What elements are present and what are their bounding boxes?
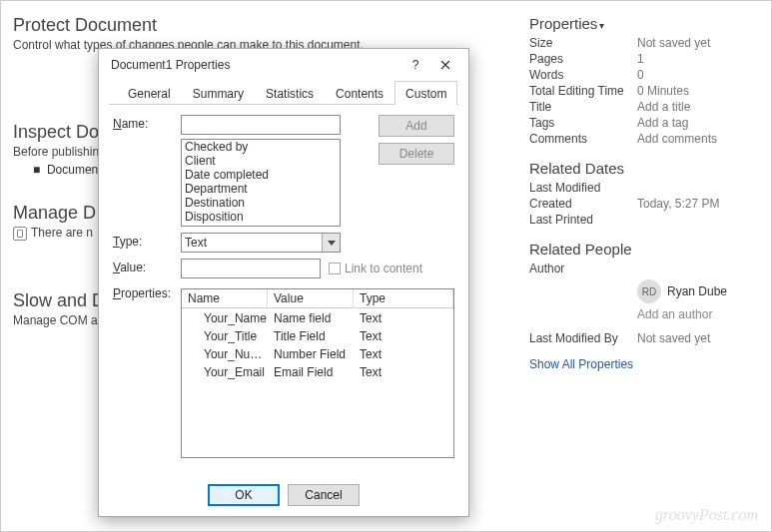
author-label: Author: [529, 262, 637, 275]
show-all-properties[interactable]: Show All Properties: [529, 357, 633, 371]
type-label: Type:: [113, 233, 181, 249]
protect-title: Protect Document: [13, 15, 509, 36]
name-label: Name:: [113, 115, 181, 131]
list-item[interactable]: Destination: [182, 196, 340, 210]
avatar: RD: [637, 279, 661, 303]
properties-heading[interactable]: Properties▾: [529, 15, 757, 32]
name-suggestions[interactable]: Checked byClientDate completedDepartment…: [181, 139, 341, 227]
value-label: Value:: [113, 259, 181, 274]
list-item[interactable]: Date completed: [182, 168, 340, 182]
date-label: Last Printed: [529, 213, 637, 227]
prop-label: Total Editing Time: [529, 84, 637, 98]
related-dates-heading: Related Dates: [529, 160, 757, 177]
table-row[interactable]: Your_NameName fieldText: [182, 309, 453, 327]
prop-value[interactable]: 0: [637, 68, 644, 82]
date-value: Today, 5:27 PM: [637, 197, 720, 211]
prop-label: Title: [529, 100, 637, 114]
tab-summary[interactable]: Summary: [182, 81, 255, 105]
list-item[interactable]: Department: [182, 182, 340, 196]
add-button[interactable]: Add: [379, 115, 454, 137]
list-item[interactable]: Disposition: [182, 210, 340, 224]
prop-label: Tags: [529, 116, 637, 130]
prop-value[interactable]: Add a tag: [637, 116, 688, 130]
watermark: groovyPost.com: [655, 506, 758, 524]
table-row[interactable]: Your_EmailEmail FieldText: [182, 363, 453, 381]
lastmodby-label: Last Modified By: [529, 331, 637, 345]
table-row[interactable]: Your_TitleTitle FieldText: [182, 327, 453, 345]
close-icon: [440, 60, 450, 70]
value-input[interactable]: [181, 259, 321, 278]
prop-value[interactable]: 1: [637, 52, 644, 66]
prop-label: Words: [529, 68, 637, 82]
add-author[interactable]: Add an author: [637, 307, 757, 321]
prop-value[interactable]: 0 Minutes: [637, 84, 689, 98]
link-to-content-checkbox[interactable]: Link to content: [329, 262, 422, 275]
ok-button[interactable]: OK: [208, 484, 280, 506]
prop-value[interactable]: Add a title: [637, 100, 690, 114]
prop-label: Size: [529, 36, 637, 50]
prop-value[interactable]: Add comments: [637, 132, 717, 146]
help-button[interactable]: ?: [400, 53, 430, 77]
table-row[interactable]: Your_Nu…Number FieldText: [182, 345, 453, 363]
col-value[interactable]: Value: [268, 289, 354, 308]
tab-general[interactable]: General: [117, 81, 182, 105]
document-icon: [13, 227, 27, 241]
properties-table[interactable]: Name Value Type Your_NameName fieldTextY…: [181, 288, 454, 458]
tab-statistics[interactable]: Statistics: [255, 81, 325, 105]
name-input[interactable]: [181, 115, 341, 135]
author-entry[interactable]: RD Ryan Dube: [637, 279, 757, 303]
col-type[interactable]: Type: [354, 289, 453, 308]
dialog-title: Document1 Properties: [111, 58, 400, 72]
related-people-heading: Related People: [529, 241, 757, 258]
close-button[interactable]: [430, 53, 460, 77]
tab-custom[interactable]: Custom: [394, 81, 457, 105]
delete-button[interactable]: Delete: [379, 143, 454, 165]
date-label: Last Modified: [529, 181, 637, 195]
list-item[interactable]: Client: [182, 154, 340, 168]
prop-value[interactable]: Not saved yet: [637, 36, 710, 50]
type-select[interactable]: Text: [181, 233, 341, 253]
cancel-button[interactable]: Cancel: [288, 484, 360, 506]
date-label: Created: [529, 197, 637, 211]
col-name[interactable]: Name: [182, 289, 268, 308]
properties-dialog: Document1 Properties ? GeneralSummarySta…: [98, 48, 469, 517]
chevron-down-icon: [322, 234, 340, 252]
list-item[interactable]: Checked by: [182, 140, 340, 154]
tab-contents[interactable]: Contents: [325, 81, 394, 105]
lastmodby-value: Not saved yet: [637, 331, 710, 345]
author-name: Ryan Dube: [667, 284, 727, 298]
chevron-down-icon: ▾: [599, 20, 604, 31]
prop-label: Comments: [529, 132, 637, 146]
prop-label: Pages: [529, 52, 637, 66]
properties-label: Properties:: [113, 284, 181, 300]
